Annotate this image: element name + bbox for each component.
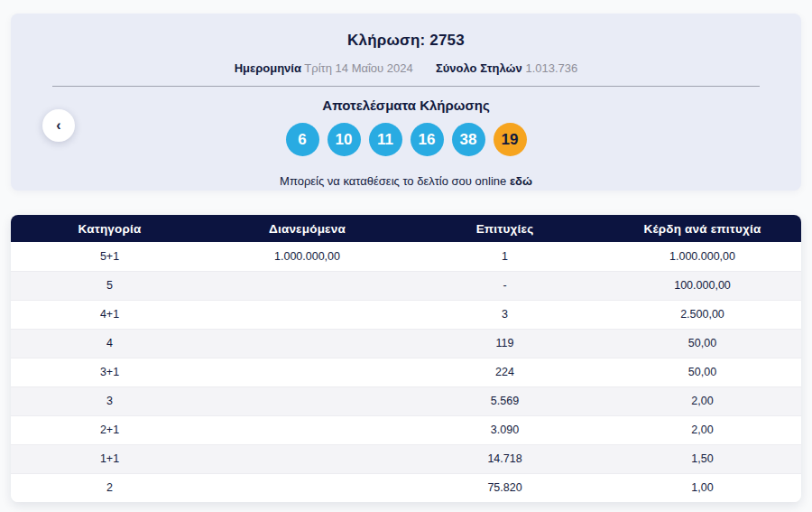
prize-table-body: 5+11.000.000,0011.000.000,005-100.000,00… (11, 242, 801, 502)
cell-distributed (208, 300, 406, 329)
table-row: 4+132.500,00 (11, 300, 801, 329)
cell-prize: 1,50 (604, 444, 801, 473)
cell-category: 5+1 (11, 242, 208, 271)
cell-distributed (208, 444, 406, 473)
table-row: 275.8201,00 (11, 473, 801, 502)
lottery-results-page: Κλήρωση: 2753 Ημερομηνία Τρίτη 14 Μαΐου … (0, 0, 812, 512)
cell-distributed (208, 271, 406, 300)
cell-distributed (208, 415, 406, 444)
cell-prize: 50,00 (604, 329, 801, 358)
draw-title: Κλήρωση: 2753 (11, 32, 801, 50)
bonus-number-ball: 19 (494, 123, 527, 156)
results-title: Αποτελέσματα Κλήρωσης (11, 98, 801, 113)
cell-winners: 75.820 (406, 473, 604, 502)
cell-prize: 2,00 (604, 386, 801, 415)
cell-category: 3+1 (11, 358, 208, 386)
cell-category: 4+1 (11, 300, 208, 329)
cell-category: 1+1 (11, 444, 208, 473)
table-row: 1+114.7181,50 (11, 444, 801, 473)
cell-winners: 119 (406, 329, 604, 358)
deposit-text: Μπορείς να καταθέσεις το δελτίο σου onli… (280, 174, 506, 188)
column-header-winners: Επιτυχίες (406, 215, 604, 242)
winning-numbers-row: 61011163819 (11, 123, 801, 156)
table-row: 411950,00 (11, 329, 801, 358)
table-row: 3+122450,00 (11, 358, 801, 386)
deposit-line: Μπορείς να καταθέσεις το δελτίο σου onli… (11, 174, 801, 188)
column-header-distributed: Διανεμόμενα (208, 215, 406, 242)
cell-winners: 3.090 (406, 415, 604, 444)
cell-category: 3 (11, 386, 208, 415)
draw-meta-row: Ημερομηνία Τρίτη 14 Μαΐου 2024 Σύνολο Στ… (11, 61, 801, 75)
header-divider (52, 86, 760, 87)
cell-distributed (208, 329, 406, 358)
prize-table-header: Κατηγορία Διανεμόμενα Επιτυχίες Κέρδη αν… (11, 215, 801, 242)
cell-winners: 224 (406, 358, 604, 386)
cell-distributed (208, 358, 406, 386)
cell-distributed (208, 386, 406, 415)
cell-prize: 1,00 (604, 473, 801, 502)
winning-number-ball: 16 (411, 123, 444, 156)
cell-winners: 5.569 (406, 386, 604, 415)
cell-winners: - (406, 271, 604, 300)
column-header-category: Κατηγορία (11, 215, 208, 242)
winning-number-ball: 11 (369, 123, 402, 156)
winning-number-ball: 10 (328, 123, 361, 156)
cell-category: 2 (11, 473, 208, 502)
prize-table: Κατηγορία Διανεμόμενα Επιτυχίες Κέρδη αν… (11, 215, 801, 502)
cell-winners: 14.718 (406, 444, 604, 473)
total-columns-label: Σύνολο Στηλών (436, 61, 522, 75)
total-columns-value: 1.013.736 (525, 61, 577, 75)
cell-category: 5 (11, 271, 208, 300)
cell-prize: 50,00 (604, 358, 801, 386)
cell-prize: 100.000,00 (604, 271, 801, 300)
date-value: Τρίτη 14 Μαΐου 2024 (304, 61, 412, 75)
cell-winners: 3 (406, 300, 604, 329)
previous-draw-button[interactable]: ‹ (42, 109, 75, 142)
cell-prize: 1.000.000,00 (604, 242, 801, 271)
cell-distributed: 1.000.000,00 (208, 242, 406, 271)
deposit-here-link[interactable]: εδώ (510, 174, 532, 188)
cell-distributed (208, 473, 406, 502)
winning-number-ball: 6 (286, 123, 319, 156)
chevron-left-icon: ‹ (56, 117, 60, 134)
winning-number-ball: 38 (452, 123, 485, 156)
table-row: 2+13.0902,00 (11, 415, 801, 444)
cell-prize: 2,00 (604, 415, 801, 444)
draw-results-panel: Κλήρωση: 2753 Ημερομηνία Τρίτη 14 Μαΐου … (11, 14, 801, 191)
cell-prize: 2.500,00 (604, 300, 801, 329)
date-label: Ημερομηνία (235, 61, 301, 75)
table-row: 5-100.000,00 (11, 271, 801, 300)
cell-category: 2+1 (11, 415, 208, 444)
table-row: 35.5692,00 (11, 386, 801, 415)
prize-table-card: Κατηγορία Διανεμόμενα Επιτυχίες Κέρδη αν… (11, 215, 801, 502)
column-header-prize-per-winner: Κέρδη ανά επιτυχία (604, 215, 801, 242)
cell-category: 4 (11, 329, 208, 358)
table-row: 5+11.000.000,0011.000.000,00 (11, 242, 801, 271)
cell-winners: 1 (406, 242, 604, 271)
